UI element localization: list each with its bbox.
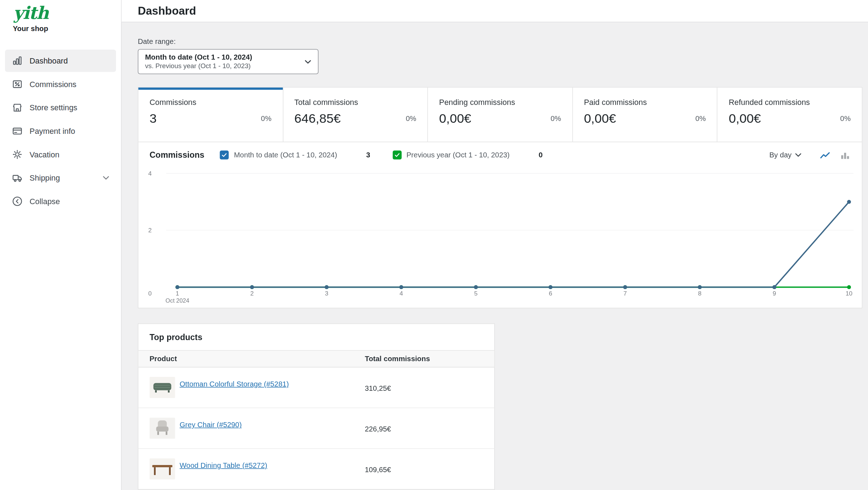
check-icon <box>221 151 228 158</box>
chevron-down-icon <box>795 152 802 157</box>
previous-period-toggle: Previous year (Oct 1 - 10, 2023) 0 <box>392 150 543 159</box>
shop-label: Your shop <box>0 22 121 33</box>
stat-delta: 0% <box>696 114 706 122</box>
date-range-label: Date range: <box>138 37 862 46</box>
sidebar-item-label: Shipping <box>30 173 60 182</box>
truck-icon <box>12 172 23 183</box>
interval-label: By day <box>769 151 792 159</box>
sidebar-item-dashboard[interactable]: Dashboard <box>5 50 116 72</box>
commissions-icon <box>12 79 23 90</box>
svg-text:9: 9 <box>773 290 776 297</box>
stat-label: Refunded commissions <box>729 97 851 106</box>
date-range-secondary: vs. Previous year (Oct 1 - 10, 2023) <box>145 62 252 70</box>
stat-delta: 0% <box>261 114 271 122</box>
product-total: 109,65€ <box>365 466 483 474</box>
sidebar-item-payment-info[interactable]: Payment info <box>5 120 116 142</box>
stat-label: Total commissions <box>294 97 416 106</box>
product-link[interactable]: Ottoman Colorful Storage (#5281) <box>180 380 289 388</box>
stat-value: 3 <box>150 111 157 126</box>
column-product: Product <box>150 355 365 363</box>
sidebar-item-commissions[interactable]: Commissions <box>5 73 116 95</box>
table-row: Wood Dining Table (#5272) 109,65€ <box>138 449 494 490</box>
interval-selector[interactable]: By day <box>769 151 802 159</box>
check-icon <box>393 151 400 158</box>
chart-header: Commissions Month to date (Oct 1 - 10, 2… <box>138 142 862 167</box>
stat-value: 0,00€ <box>729 111 761 126</box>
stat-delta: 0% <box>551 114 561 122</box>
previous-period-value: 0 <box>539 151 543 159</box>
payment-card-icon <box>12 126 23 137</box>
product-link[interactable]: Wood Dining Table (#5272) <box>180 461 267 469</box>
collapse-circle-icon <box>12 196 23 207</box>
top-products-title: Top products <box>138 324 494 351</box>
stat-tab-pending-commissions[interactable]: Pending commissions 0,00€ 0% <box>428 87 573 142</box>
current-period-checkbox[interactable] <box>220 150 229 159</box>
svg-text:2: 2 <box>250 290 254 297</box>
stat-delta: 0% <box>406 114 416 122</box>
chart-title: Commissions <box>150 150 205 160</box>
stats-chart-card: Commissions 3 0% Total commissions 646,8… <box>138 87 862 308</box>
stat-label: Commissions <box>150 97 272 106</box>
date-range-text: Month to date (Oct 1 - 10, 2024) vs. Pre… <box>145 53 252 70</box>
svg-text:4: 4 <box>400 290 403 297</box>
product-thumbnail-chair <box>150 418 175 439</box>
svg-text:5: 5 <box>474 290 478 297</box>
page-title: Dashboard <box>138 4 196 17</box>
svg-text:10: 10 <box>846 290 852 297</box>
dashboard-chart-icon <box>12 55 23 66</box>
stat-value: 0,00€ <box>439 111 471 126</box>
column-total-commissions: Total commissions <box>365 355 483 363</box>
sidebar-item-collapse[interactable]: Collapse <box>5 190 116 212</box>
sidebar: yith Your shop Dashboard Commissions <box>0 0 122 490</box>
date-range-primary: Month to date (Oct 1 - 10, 2024) <box>145 53 252 62</box>
sun-icon <box>12 149 23 160</box>
stat-tab-commissions[interactable]: Commissions 3 0% <box>138 87 283 142</box>
svg-text:1: 1 <box>176 290 179 297</box>
store-icon <box>12 102 23 113</box>
topbar: Dashboard <box>122 0 868 22</box>
stats-tabs: Commissions 3 0% Total commissions 646,8… <box>138 87 862 142</box>
product-total: 226,95€ <box>365 425 483 433</box>
yith-logo: yith <box>0 0 121 22</box>
stat-tab-paid-commissions[interactable]: Paid commissions 0,00€ 0% <box>573 87 718 142</box>
svg-text:2: 2 <box>148 227 152 234</box>
sidebar-item-label: Collapse <box>30 197 60 206</box>
current-period-toggle: Month to date (Oct 1 - 10, 2024) 3 <box>220 150 370 159</box>
previous-period-checkbox[interactable] <box>392 150 401 159</box>
commissions-line-chart: 02412345678910Oct 2024 <box>138 167 862 308</box>
product-thumbnail-table <box>150 458 175 479</box>
line-chart-icon[interactable] <box>819 149 831 160</box>
product-link[interactable]: Grey Chair (#5290) <box>180 420 242 429</box>
sidebar-item-label: Vacation <box>30 150 60 159</box>
sidebar-item-label: Payment info <box>30 127 75 136</box>
stat-label: Pending commissions <box>439 97 561 106</box>
svg-text:Oct 2024: Oct 2024 <box>166 297 190 304</box>
product-cell: Wood Dining Table (#5272) <box>150 458 365 479</box>
svg-text:8: 8 <box>698 290 702 297</box>
stat-label: Paid commissions <box>584 97 706 106</box>
bar-chart-icon[interactable] <box>839 149 851 160</box>
product-cell: Grey Chair (#5290) <box>150 418 365 439</box>
app-root: yith Your shop Dashboard Commissions <box>0 0 868 490</box>
product-total: 310,25€ <box>365 384 483 392</box>
content: Date range: Month to date (Oct 1 - 10, 2… <box>122 22 868 490</box>
stat-tab-total-commissions[interactable]: Total commissions 646,85€ 0% <box>283 87 428 142</box>
svg-text:3: 3 <box>325 290 328 297</box>
date-range-select[interactable]: Month to date (Oct 1 - 10, 2024) vs. Pre… <box>138 49 318 74</box>
stat-value: 0,00€ <box>584 111 616 126</box>
sidebar-nav: Dashboard Commissions Store settings <box>0 50 121 212</box>
table-row: Grey Chair (#5290) 226,95€ <box>138 408 494 449</box>
sidebar-item-store-settings[interactable]: Store settings <box>5 96 116 118</box>
chevron-down-icon <box>102 176 109 180</box>
stat-tab-refunded-commissions[interactable]: Refunded commissions 0,00€ 0% <box>718 87 862 142</box>
sidebar-item-shipping[interactable]: Shipping <box>5 167 116 189</box>
current-period-label: Month to date (Oct 1 - 10, 2024) <box>234 151 337 159</box>
table-row: Ottoman Colorful Storage (#5281) 310,25€ <box>138 368 494 408</box>
chart-tools: By day <box>769 149 851 160</box>
main-area: Dashboard Date range: Month to date (Oct… <box>122 0 868 490</box>
svg-text:4: 4 <box>148 170 152 177</box>
top-products-header: Product Total commissions <box>138 351 494 368</box>
svg-text:6: 6 <box>549 290 552 297</box>
sidebar-item-vacation[interactable]: Vacation <box>5 143 116 166</box>
sidebar-item-label: Dashboard <box>30 56 68 65</box>
